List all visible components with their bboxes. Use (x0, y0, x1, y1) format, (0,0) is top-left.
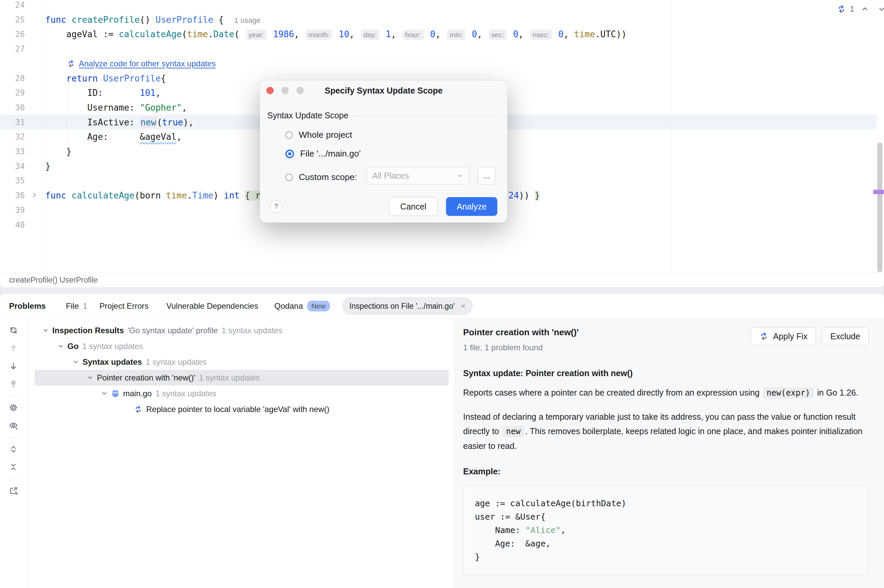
code-line-34[interactable]: } (45, 159, 51, 174)
tree-row-count: 1 syntax updates (222, 326, 282, 335)
tree-row-label: Inspection Results (52, 326, 124, 335)
tree: Inspection Results'Go syntax update' pro… (27, 318, 455, 588)
line-number: 34 (0, 159, 25, 174)
editor-scrollbar[interactable] (877, 142, 882, 272)
tab-problems[interactable]: Problems (9, 302, 46, 311)
radio-icon[interactable] (285, 174, 293, 181)
tab-qodana[interactable]: Qodana New (274, 301, 330, 311)
tree-row-5[interactable]: Replace pointer to local variable 'ageVa… (35, 401, 449, 417)
expand-all-button[interactable] (7, 442, 20, 456)
scope-select[interactable]: All Places (366, 167, 469, 184)
file-problem-count: 1 (83, 302, 87, 311)
line-number: 29 (0, 86, 25, 100)
tree-row-label: main.go (123, 389, 152, 398)
tree-row-1[interactable]: Go1 syntax updates (35, 338, 449, 354)
scope-group-label: Syntax Update Scope (267, 111, 499, 120)
example-code-block: age := calculateAge(birthDate)user := &U… (463, 486, 869, 575)
breadcrumb[interactable]: createProfile() UserProfile (0, 272, 884, 287)
line-number: 26 (0, 27, 25, 42)
previous-problem-button[interactable] (7, 342, 20, 355)
code-line-28[interactable]: return UserProfile{ (66, 71, 166, 86)
radio-icon[interactable] (285, 131, 293, 139)
code-line-32[interactable]: Age: &ageVal, (87, 129, 182, 144)
tree-row-4[interactable]: main.go1 syntax updates (35, 386, 449, 401)
syntax-update-icon (759, 331, 769, 341)
code-line-33[interactable]: } (66, 144, 72, 159)
code-line-36[interactable]: func calculateAge(born time.Time) int { … (45, 188, 261, 203)
code-line-29[interactable]: ID: 101, (87, 86, 161, 100)
next-problem-button[interactable] (7, 359, 20, 373)
tab-vulnerable-dependencies[interactable]: Vulnerable Dependencies (167, 302, 258, 311)
tree-row-count: 1 syntax updates (199, 373, 260, 382)
analyze-other-updates-link[interactable]: Analyze code for other syntax updates (66, 56, 216, 71)
preview-eye-button[interactable] (7, 419, 20, 432)
prev-problem-icon[interactable] (860, 4, 870, 14)
chevron-down-icon[interactable] (72, 358, 80, 366)
syntax-update-icon (836, 4, 846, 14)
rerun-inspection-button[interactable] (7, 324, 20, 337)
tree-row-note: 'Go syntax update' profile (128, 326, 218, 335)
tab-file[interactable]: File 1 (66, 302, 87, 311)
radio-selected-icon[interactable] (285, 150, 294, 158)
right-margin-guide (671, 0, 672, 272)
quick-fix-lightbulb-button[interactable] (7, 377, 20, 390)
analyze-button[interactable]: Analyze (446, 197, 497, 216)
toolbar-divider (8, 396, 18, 396)
line-number: 27 (0, 42, 25, 56)
tree-row-2[interactable]: Syntax updates1 syntax updates (35, 354, 449, 370)
exclude-button[interactable]: Exclude (822, 327, 869, 345)
tree-row-label: Go (68, 342, 78, 351)
tree-row-count: 1 syntax updates (82, 342, 143, 351)
radio-custom-scope[interactable]: Custom scope: (285, 172, 357, 182)
line-number: 39 (0, 203, 25, 218)
browse-scopes-button[interactable]: ... (478, 167, 495, 184)
radio-whole-project[interactable]: Whole project (285, 130, 352, 140)
code-line-31[interactable]: IsActive: new(true), (87, 115, 194, 130)
go-file-icon (111, 389, 120, 398)
line-number: 30 (0, 100, 25, 115)
inspection-heading: Syntax update: Pointer creation with new… (463, 368, 869, 378)
chevron-down-icon[interactable] (57, 343, 65, 350)
chevron-down-icon (457, 172, 464, 179)
code-line-25[interactable]: func createProfile() UserProfile { 1 usa… (45, 12, 261, 27)
tree-row-0[interactable]: Inspection Results'Go syntax update' pro… (35, 322, 449, 338)
collapse-all-button[interactable] (7, 460, 20, 474)
line-number: 33 (0, 144, 25, 159)
line-number: 35 (0, 173, 25, 188)
tree-row-label: Replace pointer to local variable 'ageVa… (146, 405, 329, 414)
radio-file[interactable]: File '.../main.go' (285, 148, 360, 159)
line-number: 40 (0, 218, 25, 232)
tree-row-count: 1 syntax updates (146, 357, 206, 367)
inspection-description-1: Reports cases where a pointer can be cre… (463, 386, 869, 400)
fold-arrow-icon[interactable] (31, 192, 38, 198)
tree-row-3[interactable]: Pointer creation with 'new()'1 syntax up… (35, 370, 449, 386)
error-stripe-mark[interactable] (873, 190, 884, 194)
code-line-30[interactable]: Username: "Gopher", (87, 100, 187, 115)
line-number: 28 (0, 71, 25, 86)
gutter-separator (42, 0, 42, 272)
next-problem-icon[interactable] (877, 4, 884, 14)
example-label: Example: (463, 466, 869, 476)
inspection-widget[interactable]: 1 (836, 4, 884, 14)
apply-fix-button[interactable]: Apply Fix (750, 327, 816, 345)
line-number: 36 (0, 188, 25, 203)
chevron-down-icon[interactable] (42, 327, 49, 334)
code-line-36-continuation[interactable]: 24)) } (509, 188, 540, 203)
line-number: 25 (0, 12, 25, 27)
tree-row-label: Syntax updates (83, 357, 142, 367)
code-line-26[interactable]: ageVal := calculateAge(time.Date( year: … (66, 27, 627, 42)
line-number: 32 (0, 129, 25, 144)
line-number: 24 (0, 0, 25, 12)
help-button[interactable]: ? (270, 200, 282, 213)
tree-row-count: 1 syntax updates (155, 389, 216, 398)
tab-project-errors[interactable]: Project Errors (99, 302, 149, 311)
tab-inspections-on-file[interactable]: Inspections on File '.../main.go' (342, 297, 473, 315)
settings-button[interactable] (7, 401, 20, 414)
specify-syntax-update-scope-dialog: Specify Syntax Update Scope Syntax Updat… (260, 81, 507, 223)
open-in-new-window-button[interactable] (7, 484, 20, 498)
chevron-down-icon[interactable] (87, 374, 94, 381)
tree-row-label: Pointer creation with 'new()' (97, 373, 195, 382)
close-icon[interactable] (459, 302, 467, 310)
chevron-down-icon[interactable] (101, 390, 108, 397)
cancel-button[interactable]: Cancel (389, 197, 438, 216)
